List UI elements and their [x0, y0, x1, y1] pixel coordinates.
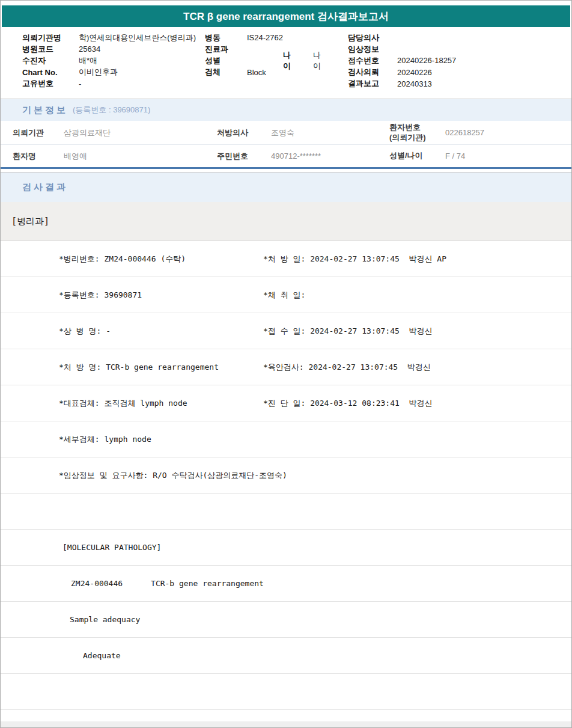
field-label: 접수번호	[348, 55, 397, 66]
header-field-ward: 병동 IS24-2762	[205, 32, 283, 43]
result-left-text: Adequate	[83, 651, 121, 660]
header-field-unique-no: 고유번호 -	[22, 78, 196, 90]
field-label: 검체	[205, 67, 247, 78]
report-title: TCR β gene rearrangement 검사결과보고서	[183, 10, 389, 23]
col-label-patient-name: 환자명	[1, 151, 64, 162]
result-left-text: *등록번호: 39690871	[59, 290, 142, 301]
result-row-representative-specimen: *대표검체: 조직검체 lymph node *진 단 일: 2024-03-1…	[1, 385, 571, 421]
field-value: 학)연세의대용인세브란스(병리과)	[79, 32, 196, 43]
result-left-text: *병리번호: ZM24-000446 (수탁)	[59, 254, 186, 265]
field-value: IS24-2762	[247, 33, 283, 42]
field-value: 20240226	[397, 68, 432, 77]
result-row-registration-no: *등록번호: 39690871 *채 취 일:	[1, 277, 571, 313]
col-label-resident-no: 주민번호	[217, 151, 271, 162]
report-title-bar: TCR β gene rearrangement 검사결과보고서	[2, 5, 570, 27]
result-right-text: *육안검사: 2024-02-27 13:07:45 박경신	[263, 362, 431, 373]
header-field-doctor-in-charge: 담당의사	[348, 32, 456, 43]
department-label: [병리과]	[11, 216, 49, 227]
field-value: 배*애	[79, 55, 97, 66]
result-right-text: *처 방 일: 2024-02-27 13:07:45 박경신 AP	[263, 254, 446, 265]
department-band: [병리과]	[1, 202, 571, 241]
result-row-pathology-no: *병리번호: ZM24-000446 (수탁) *처 방 일: 2024-02-…	[1, 241, 571, 277]
col-label-patient-no-line2: (의뢰기관)	[389, 133, 426, 142]
age-label: 나이	[283, 50, 291, 72]
result-right-text: *채 취 일:	[263, 290, 305, 301]
result-row-prescription-name: *처 방 명: TCR-b gene rearrangement *육안검사: …	[1, 349, 571, 385]
result-row-empty	[1, 674, 571, 710]
result-right-text: *접 수 일: 2024-02-27 13:07:45 박경신	[263, 326, 433, 337]
basic-info-title: 기본정보	[22, 105, 68, 116]
header-info-left-column: 의뢰기관명 학)연세의대용인세브란스(병리과) 병원코드 25634 수진자 배…	[22, 32, 196, 90]
result-rows: *병리번호: ZM24-000446 (수탁) *처 방 일: 2024-02-…	[1, 241, 571, 710]
field-value: 20240226-18257	[397, 56, 456, 65]
col-label-patient-no-line1: 환자번호	[389, 123, 421, 132]
col-value-patient-name: 배영애	[64, 151, 217, 162]
field-value: 20240313	[397, 79, 432, 88]
results-title: 검사결과	[22, 182, 68, 193]
field-label: 진료과	[205, 44, 247, 55]
header-field-sex-age: 성별 나이 나이	[205, 55, 283, 66]
header-field-hospital-code: 병원코드 25634	[22, 43, 196, 55]
basic-info-section-header: 기본정보 (등록번호 : 39690871)	[1, 99, 571, 121]
registration-number-note: (등록번호 : 39690871)	[73, 105, 150, 115]
result-row-clinical-request: *임상정보 및 요구사항: R/O 수탁검사(삼광의료재단-조영숙)	[1, 457, 571, 494]
col-label-requesting-org: 의뢰기관	[1, 127, 64, 138]
result-right-text: *진 단 일: 2024-03-12 08:23:41 박경신	[263, 398, 433, 409]
header-info-right-column: 담당의사 임상정보 접수번호 20240226-18257 검사의뢰 20240…	[348, 32, 456, 90]
result-row-detail-specimen: *세부검체: lymph node	[1, 421, 571, 457]
header-field-result-report-date: 결과보고 20240313	[348, 78, 456, 90]
field-value: 25634	[79, 44, 100, 54]
result-row-empty	[1, 494, 571, 530]
col-value-patient-no: 022618257	[445, 128, 571, 137]
field-label: 병동	[205, 32, 247, 43]
result-left-text: *임상정보 및 요구사항: R/O 수탁검사(삼광의료재단-조영숙)	[59, 470, 287, 481]
footer-strip	[1, 721, 571, 727]
field-label: 병원코드	[22, 44, 79, 55]
field-label: 고유번호	[22, 78, 79, 89]
col-label-patient-no: 환자번호 (의뢰기관)	[389, 123, 445, 142]
header-field-test-request-date: 검사의뢰 20240226	[348, 67, 456, 78]
result-left-text: ZM24-000446 TCR-b gene rearrangement	[71, 579, 264, 588]
col-label-sex-age: 성별/나이	[389, 151, 445, 161]
col-label-prescribing-doctor: 처방의사	[217, 127, 271, 138]
results-section-header: 검사결과	[1, 172, 571, 202]
field-label: 담당의사	[348, 32, 397, 43]
field-label: 수진자	[22, 55, 79, 66]
field-value: -	[79, 79, 81, 88]
field-label: 임상정보	[348, 44, 397, 55]
field-label: 성별	[205, 55, 247, 66]
header-field-examinee: 수진자 배*애	[22, 55, 196, 66]
result-row-sample-adequacy: Sample adequacy	[1, 602, 571, 638]
header-field-department: 진료과	[205, 43, 283, 55]
col-value-prescribing-doctor: 조영숙	[271, 127, 389, 138]
result-row-specimen-test-name: ZM24-000446 TCR-b gene rearrangement	[1, 566, 571, 602]
age-value: 나이	[313, 50, 321, 72]
report-page: TCR β gene rearrangement 검사결과보고서 의뢰기관명 학…	[0, 0, 572, 728]
field-value: 이비인후과	[79, 67, 118, 78]
field-label: 검사의뢰	[348, 67, 397, 78]
result-left-text: *세부검체: lymph node	[59, 434, 151, 445]
table-row: 환자명 배영애 주민번호 490712-******* 성별/나이 F / 74	[1, 145, 571, 169]
result-left-text: Sample adequacy	[70, 615, 140, 624]
header-field-requesting-institution: 의뢰기관명 학)연세의대용인세브란스(병리과)	[22, 32, 196, 43]
header-field-specimen: 검체 Block	[205, 67, 283, 78]
field-label: Chart No.	[22, 68, 79, 77]
basic-info-table: 의뢰기관 삼광의료재단 처방의사 조영숙 환자번호 (의뢰기관) 0226182…	[1, 121, 571, 169]
result-row-disease-name: *상 병 명: - *접 수 일: 2024-02-27 13:07:45 박경…	[1, 313, 571, 349]
field-label: 의뢰기관명	[22, 32, 79, 43]
field-label: 결과보고	[348, 78, 397, 89]
result-left-text: *상 병 명: -	[59, 326, 111, 337]
col-value-resident-no: 490712-*******	[271, 151, 389, 161]
result-left-text: [MOLECULAR PATHOLOGY]	[62, 543, 161, 552]
header-field-chart-no: Chart No. 이비인후과	[22, 67, 196, 78]
col-value-requesting-org: 삼광의료재단	[64, 127, 217, 138]
result-left-text: *처 방 명: TCR-b gene rearrangement	[59, 362, 219, 373]
table-row: 의뢰기관 삼광의료재단 처방의사 조영숙 환자번호 (의뢰기관) 0226182…	[1, 121, 571, 145]
field-value: Block	[247, 68, 266, 77]
header-info-middle-column: 병동 IS24-2762 진료과 성별 나이 나이 검체 Block	[205, 32, 283, 78]
result-row-adequate: Adequate	[1, 638, 571, 674]
col-value-sex-age: F / 74	[445, 151, 571, 161]
result-row-molecular-pathology-heading: [MOLECULAR PATHOLOGY]	[1, 530, 571, 566]
header-field-receipt-no: 접수번호 20240226-18257	[348, 55, 456, 66]
result-left-text: *대표검체: 조직검체 lymph node	[59, 398, 187, 409]
